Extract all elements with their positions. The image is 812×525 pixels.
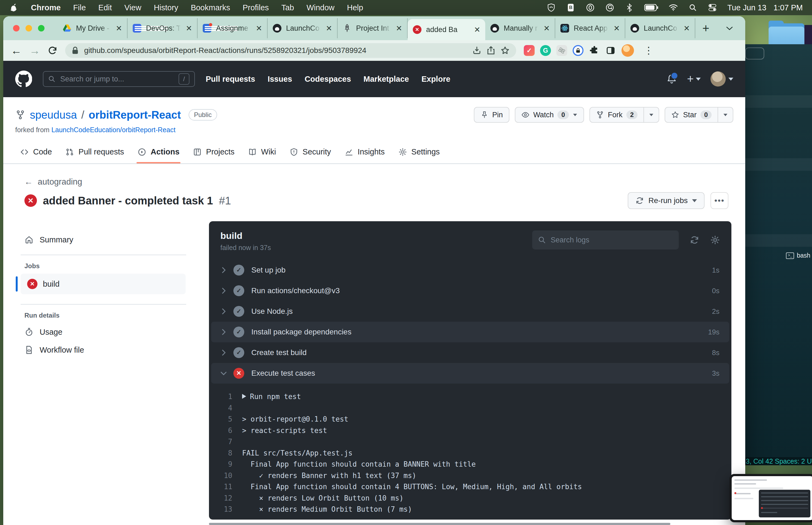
grammarly-extension-icon[interactable]: G	[540, 45, 551, 56]
user-avatar[interactable]	[710, 71, 726, 87]
log-line[interactable]: 1 Run npm test	[209, 391, 731, 403]
close-tab-icon[interactable]: ✕	[326, 24, 332, 33]
search-logs-input[interactable]	[550, 236, 673, 244]
step-use-nodejs[interactable]: ✓ Use Node.js 2s	[209, 301, 731, 322]
close-tab-icon[interactable]: ✕	[543, 24, 550, 33]
tab-devops[interactable]: DevOps: T ✕	[127, 18, 198, 38]
menu-bookmarks[interactable]: Bookmarks	[191, 3, 230, 12]
menu-profiles[interactable]: Profiles	[243, 3, 269, 12]
step-checkout[interactable]: ✓ Run actions/checkout@v3 0s	[209, 281, 731, 301]
menu-help[interactable]: Help	[347, 3, 363, 12]
nav-explore[interactable]: Explore	[422, 75, 450, 84]
reload-button[interactable]	[48, 46, 58, 55]
control-center-icon[interactable]	[708, 3, 717, 12]
close-tab-icon[interactable]: ✕	[684, 24, 690, 33]
tab-react-app[interactable]: React App ✕	[555, 18, 625, 38]
zoom-window-button[interactable]	[38, 25, 45, 31]
chevron-right-icon[interactable]	[221, 349, 226, 356]
minimize-window-button[interactable]	[26, 25, 32, 31]
spotlight-search-icon[interactable]	[688, 3, 698, 12]
screenshot-preview-window[interactable]	[730, 474, 812, 522]
clicker-extension-icon[interactable]: ✓	[524, 45, 535, 56]
side-panel-icon[interactable]	[605, 45, 616, 56]
menu-tab[interactable]: Tab	[281, 3, 294, 12]
search-logs-box[interactable]	[532, 230, 679, 250]
run-more-options-button[interactable]: •••	[710, 192, 729, 209]
download-icon[interactable]	[472, 46, 481, 55]
chrome-profile-avatar[interactable]	[622, 44, 634, 57]
background-app-window[interactable]	[744, 44, 812, 457]
new-tab-button[interactable]: +	[702, 22, 709, 34]
watch-button[interactable]: Watch 0	[515, 107, 584, 123]
menu-window[interactable]: Window	[306, 3, 334, 12]
tab-assignment[interactable]: Assignme ✕	[198, 18, 267, 38]
log-line[interactable]: 6> react-scripts test	[209, 425, 731, 436]
forked-from-link[interactable]: LaunchCodeEducation/orbitReport-React	[51, 126, 175, 134]
tab-search-chevron-icon[interactable]	[726, 26, 733, 31]
sidebar-job-build[interactable]: ✕ build	[21, 274, 186, 294]
address-bar[interactable]	[65, 43, 516, 58]
sidebar-item-usage[interactable]: Usage	[25, 327, 62, 336]
menu-bar-clock[interactable]: Tue Jun 131:07 PM	[727, 3, 803, 12]
log-line[interactable]: 9 Final App function should contain a BA…	[209, 459, 731, 470]
log-line[interactable]: 13 × renders Medium Orbit Button (7 ms)	[209, 504, 731, 515]
log-line[interactable]: 4	[209, 403, 731, 414]
react-devtools-extension-icon[interactable]	[556, 45, 567, 56]
breadcrumb[interactable]: ← autograding	[25, 177, 82, 187]
url-input[interactable]	[83, 46, 467, 55]
tab-wiki[interactable]: Wiki	[243, 142, 281, 163]
close-tab-icon[interactable]: ✕	[474, 25, 480, 34]
close-tab-icon[interactable]: ✕	[186, 24, 192, 33]
log-expand-marker-icon[interactable]	[242, 394, 246, 399]
rerun-jobs-button[interactable]: Re-run jobs	[628, 192, 705, 209]
step-create-test-build[interactable]: ✓ Create test build 8s	[209, 342, 731, 363]
one-password-extension-icon[interactable]	[573, 45, 583, 56]
bluetooth-icon[interactable]	[625, 3, 634, 12]
refresh-logs-icon[interactable]	[690, 235, 699, 245]
menu-history[interactable]: History	[154, 3, 178, 12]
star-dropdown[interactable]	[718, 107, 733, 122]
close-tab-icon[interactable]: ✕	[116, 24, 122, 33]
chevron-right-icon[interactable]	[221, 267, 226, 274]
back-button[interactable]: ←	[11, 45, 22, 56]
vscode-status-bar[interactable]: 3, Col 42 Spaces: 2 UTF-8 LF {} Jav	[744, 457, 812, 465]
nav-marketplace[interactable]: Marketplace	[363, 75, 409, 84]
menu-chrome[interactable]: Chrome	[31, 3, 61, 12]
tab-project-int[interactable]: Project Int ✕	[338, 18, 408, 38]
repo-owner-link[interactable]: speudusa	[30, 109, 77, 121]
nav-codespaces[interactable]: Codespaces	[305, 75, 351, 84]
tab-security[interactable]: Security	[285, 142, 336, 163]
star-button[interactable]: Star 0	[665, 107, 733, 123]
log-line[interactable]: 7	[209, 436, 731, 448]
wifi-icon[interactable]	[669, 3, 678, 12]
close-window-button[interactable]	[13, 25, 19, 31]
sidebar-item-workflow-file[interactable]: Workflow file	[25, 345, 84, 355]
fork-dropdown[interactable]	[643, 107, 659, 122]
log-line[interactable]: 8FAIL src/Tests/App.test.js	[209, 448, 731, 459]
extensions-puzzle-icon[interactable]	[589, 45, 600, 56]
tab-pull-requests[interactable]: Pull requests	[61, 142, 129, 163]
bookmark-star-icon[interactable]	[501, 46, 510, 55]
profile-menu[interactable]	[710, 71, 733, 87]
tab-manually[interactable]: Manually r ✕	[485, 18, 555, 38]
step-install-dependencies[interactable]: ✓ Install package dependencies 19s	[211, 322, 729, 342]
grammarly-icon[interactable]	[605, 3, 614, 12]
tab-projects[interactable]: Projects	[188, 142, 239, 163]
tab-my-drive[interactable]: My Drive - ✕	[58, 18, 127, 38]
close-tab-icon[interactable]: ✕	[396, 24, 402, 33]
chevron-right-icon[interactable]	[221, 308, 226, 315]
menu-view[interactable]: View	[124, 3, 141, 12]
chevron-down-icon[interactable]	[220, 371, 227, 376]
menu-file[interactable]: File	[73, 3, 86, 12]
tab-code[interactable]: Code	[15, 142, 57, 163]
close-tab-icon[interactable]: ✕	[614, 24, 620, 33]
share-icon[interactable]	[486, 46, 495, 55]
step-execute-test-cases[interactable]: ✕ Execute test cases 3s	[211, 363, 729, 384]
menu-edit[interactable]: Edit	[98, 3, 112, 12]
nav-pull-requests[interactable]: Pull requests	[206, 75, 255, 84]
log-settings-gear-icon[interactable]	[710, 235, 720, 245]
step-set-up-job[interactable]: ✓ Set up job 1s	[209, 260, 731, 281]
github-search-input[interactable]	[60, 75, 174, 84]
fork-button[interactable]: Fork 2	[589, 107, 659, 123]
notifications-bell-icon[interactable]	[666, 74, 677, 85]
